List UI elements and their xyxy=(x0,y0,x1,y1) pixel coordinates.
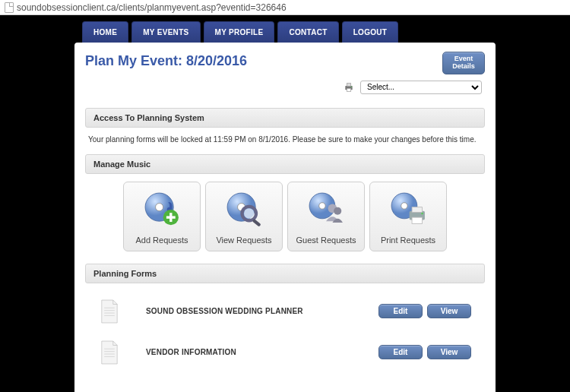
svg-rect-8 xyxy=(166,216,176,218)
document-icon xyxy=(99,340,120,365)
svg-rect-13 xyxy=(252,219,261,227)
svg-point-5 xyxy=(156,203,163,210)
svg-rect-21 xyxy=(412,207,423,212)
print-row: Select... xyxy=(85,81,485,94)
nav-my-profile[interactable]: MY PROFILE xyxy=(204,21,275,43)
svg-point-15 xyxy=(319,203,325,209)
music-card-add-requests[interactable]: Add Requests xyxy=(123,182,201,251)
form-name: VENDOR INFORMATION xyxy=(146,348,374,356)
svg-rect-2 xyxy=(347,88,350,91)
svg-point-17 xyxy=(334,207,341,214)
disc-search-icon xyxy=(223,187,264,232)
nav-logout[interactable]: LOGOUT xyxy=(342,21,399,43)
svg-point-3 xyxy=(351,86,352,87)
print-select[interactable]: Select... xyxy=(360,81,482,94)
nav-my-events[interactable]: MY EVENTS xyxy=(131,21,200,43)
music-card-label: Add Requests xyxy=(135,236,188,245)
form-view-button[interactable]: View xyxy=(427,345,471,359)
access-notice: Your planning forms will be locked at 11… xyxy=(85,135,485,154)
url-text: soundobsessionclient.ca/clients/planmyev… xyxy=(17,2,287,13)
form-name: SOUND OBSESSION WEDDING PLANNER xyxy=(146,307,374,315)
form-view-button[interactable]: View xyxy=(427,304,471,318)
svg-point-12 xyxy=(244,208,255,219)
music-card-view-requests[interactable]: View Requests xyxy=(205,182,283,251)
page-icon xyxy=(5,2,14,13)
music-grid: Add Requests View Requests xyxy=(85,182,485,251)
nav-contact[interactable]: CONTACT xyxy=(277,21,338,43)
music-card-guest-requests[interactable]: Guest Requests xyxy=(287,182,365,251)
music-card-label: View Requests xyxy=(216,236,271,245)
document-icon xyxy=(99,299,120,324)
form-edit-button[interactable]: Edit xyxy=(378,304,423,318)
browser-address-bar[interactable]: soundobsessionclient.ca/clients/planmyev… xyxy=(0,0,570,15)
content-card: Plan My Event: 8/20/2016 EventDetails Se… xyxy=(74,43,496,392)
event-details-button[interactable]: EventDetails xyxy=(442,52,485,74)
section-heading-access: Access To Planning System xyxy=(85,108,485,128)
section-heading-forms: Planning Forms xyxy=(85,264,485,283)
music-card-label: Print Requests xyxy=(381,236,435,245)
music-card-print-requests[interactable]: Print Requests xyxy=(369,182,447,251)
viewport: HOME MY EVENTS MY PROFILE CONTACT LOGOUT… xyxy=(0,15,570,392)
section-heading-music: Manage Music xyxy=(85,154,485,174)
svg-point-23 xyxy=(421,213,423,215)
svg-point-19 xyxy=(401,203,407,209)
printer-icon xyxy=(342,81,356,93)
top-nav: HOME MY EVENTS MY PROFILE CONTACT LOGOUT xyxy=(82,21,496,43)
title-row: Plan My Event: 8/20/2016 EventDetails xyxy=(85,52,485,74)
forms-list: SOUND OBSESSION WEDDING PLANNER Edit Vie… xyxy=(85,291,485,373)
disc-plus-icon xyxy=(141,187,182,232)
form-edit-button[interactable]: Edit xyxy=(378,345,423,359)
form-row: SOUND OBSESSION WEDDING PLANNER Edit Vie… xyxy=(85,291,485,332)
nav-home[interactable]: HOME xyxy=(82,21,128,43)
svg-rect-1 xyxy=(347,83,350,86)
svg-rect-22 xyxy=(412,217,423,223)
page-wrap: HOME MY EVENTS MY PROFILE CONTACT LOGOUT… xyxy=(74,21,496,392)
disc-people-icon xyxy=(306,187,347,232)
form-row: VENDOR INFORMATION Edit View xyxy=(85,332,485,373)
music-card-label: Guest Requests xyxy=(296,236,356,245)
disc-printer-icon xyxy=(388,187,429,232)
page-title: Plan My Event: 8/20/2016 xyxy=(85,53,247,69)
